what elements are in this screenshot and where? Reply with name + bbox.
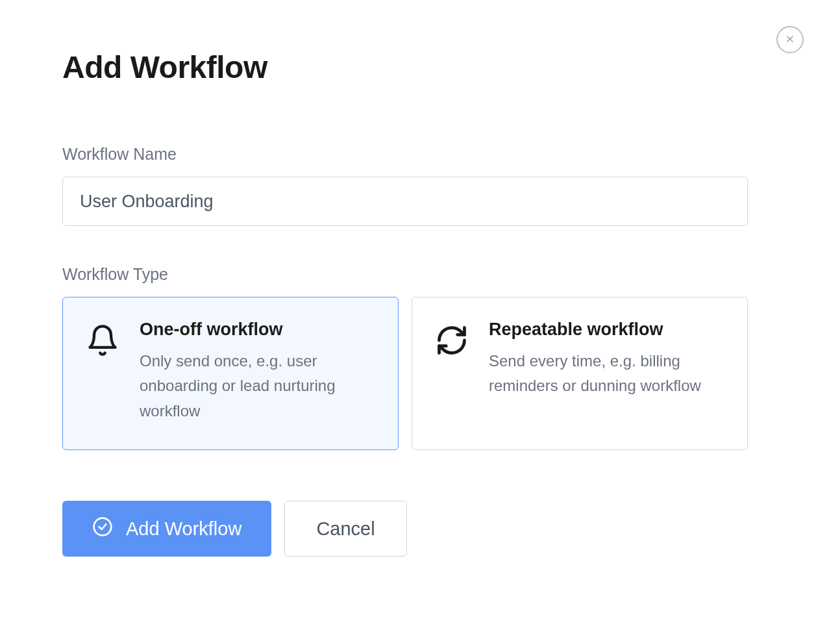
- close-icon: [785, 34, 795, 46]
- type-card-repeatable-title: Repeatable workflow: [489, 320, 728, 340]
- refresh-icon: [432, 320, 472, 423]
- workflow-name-section: Workflow Name: [62, 145, 778, 226]
- add-workflow-button[interactable]: Add Workflow: [62, 501, 271, 557]
- workflow-name-input[interactable]: [62, 177, 748, 226]
- cancel-button[interactable]: Cancel: [284, 501, 406, 557]
- add-workflow-button-label: Add Workflow: [126, 518, 241, 540]
- type-card-repeatable-text: Repeatable workflow Send every time, e.g…: [489, 320, 728, 423]
- check-circle-icon: [92, 516, 113, 542]
- type-card-repeatable-description: Send every time, e.g. billing reminders …: [489, 349, 728, 399]
- dialog-title: Add Workflow: [62, 49, 778, 85]
- add-workflow-dialog: Add Workflow Workflow Name Workflow Type…: [0, 0, 840, 606]
- bell-icon: [82, 320, 123, 423]
- cancel-button-label: Cancel: [316, 518, 375, 539]
- type-card-one-off[interactable]: One-off workflow Only send once, e.g. us…: [62, 297, 399, 450]
- close-button[interactable]: [776, 26, 804, 53]
- workflow-type-cards: One-off workflow Only send once, e.g. us…: [62, 297, 748, 450]
- type-card-repeatable[interactable]: Repeatable workflow Send every time, e.g…: [412, 297, 748, 450]
- type-card-one-off-description: Only send once, e.g. user onboarding or …: [140, 349, 378, 423]
- workflow-type-section: Workflow Type One-off workflow Only send…: [62, 265, 778, 450]
- type-card-one-off-title: One-off workflow: [140, 320, 378, 340]
- type-card-one-off-text: One-off workflow Only send once, e.g. us…: [140, 320, 378, 423]
- workflow-type-label: Workflow Type: [62, 265, 778, 284]
- dialog-button-row: Add Workflow Cancel: [62, 501, 778, 557]
- svg-point-2: [94, 518, 112, 535]
- workflow-name-label: Workflow Name: [62, 145, 778, 164]
